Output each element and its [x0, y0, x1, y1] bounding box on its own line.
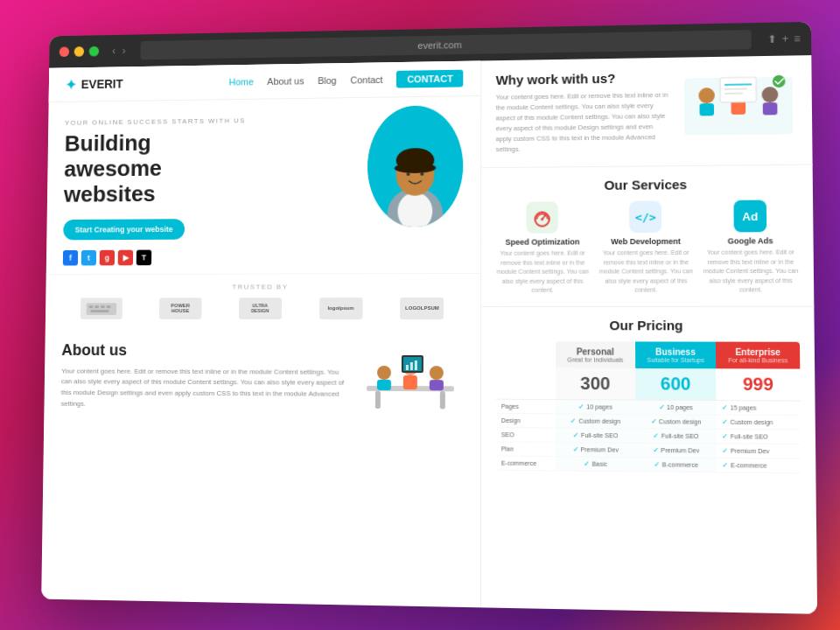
- about-illus-svg: [358, 342, 463, 422]
- feature-label-2: Design: [496, 413, 556, 428]
- nav-cta-button[interactable]: CONTACT: [396, 70, 463, 88]
- why-illustration: [680, 67, 798, 139]
- ads-service-desc: Your content goes here. Edit or remove t…: [703, 248, 800, 295]
- trusted-label: TRUSTED BY: [62, 283, 463, 291]
- personal-feature-5: ✓ Basic: [556, 456, 635, 471]
- about-description: Your content goes here. Edit or remove t…: [60, 366, 344, 411]
- personal-price: 300: [556, 368, 635, 399]
- enterprise-feature-5: ✓ E-commerce: [717, 458, 801, 472]
- logo-icon: ✦: [66, 76, 77, 92]
- hero-section: YOUR ONLINE SUCCESS STARTS WITH US Build…: [46, 96, 481, 274]
- business-feature-5: ✓ B-commerce: [635, 457, 717, 472]
- avatar-illustration: [368, 105, 463, 228]
- why-description: Your content goes here. Edit or remove t…: [496, 90, 671, 155]
- trust-logo-img-2: POWERHOUSE: [159, 298, 202, 319]
- browser-action-icons: ⬆ + ≡: [767, 32, 801, 46]
- feature-label-3: SEO: [496, 427, 556, 442]
- trusted-section: TRUSTED BY: [46, 273, 481, 328]
- minimize-button[interactable]: [74, 46, 84, 57]
- googleplus-icon[interactable]: g: [100, 249, 115, 265]
- hero-title-line2: awesome: [64, 155, 162, 181]
- about-text: About us Your content goes here. Edit or…: [60, 341, 344, 412]
- hero-cta-button[interactable]: Start Creating your website: [63, 219, 185, 240]
- svg-rect-10: [89, 305, 94, 308]
- social-icons: f t g ▶ T: [63, 248, 464, 266]
- browser-nav-icons: ‹ ›: [112, 45, 125, 57]
- enterprise-feature-2: ✓ Custom design: [717, 414, 801, 429]
- business-price: 600: [635, 368, 717, 400]
- logo-text: EVERIT: [81, 77, 123, 91]
- feature-label-5: E-commerce: [496, 455, 556, 470]
- svg-rect-26: [406, 365, 409, 370]
- services-section: Our Services Speed Optimization: [482, 165, 815, 307]
- back-icon[interactable]: ‹: [112, 45, 116, 57]
- hero-avatar: [368, 105, 463, 228]
- hero-title-line3: websites: [64, 180, 156, 206]
- nav-link-blog[interactable]: Blog: [318, 75, 337, 86]
- keyboard-logo: [85, 300, 118, 318]
- maximize-button[interactable]: [89, 46, 100, 57]
- nav-link-home[interactable]: Home: [228, 76, 253, 87]
- navigation: ✦ EVERIT Home About us Blog Contact CONT…: [49, 60, 481, 102]
- ads-service-name: Google Ads: [703, 236, 799, 246]
- trust-logo-img-4: logolpsum: [319, 298, 362, 319]
- close-button[interactable]: [60, 46, 69, 57]
- share-icon[interactable]: ⬆: [767, 33, 776, 46]
- code-icon: </>: [635, 210, 656, 223]
- address-text: everit.com: [417, 39, 461, 51]
- svg-rect-11: [94, 305, 99, 308]
- svg-point-22: [430, 366, 444, 380]
- address-bar[interactable]: everit.com: [140, 30, 751, 60]
- speedometer-icon: [533, 207, 552, 227]
- nav-links: Home About us Blog Contact CONTACT: [228, 70, 463, 91]
- webdev-service-desc: Your content goes here. Edit or remove t…: [598, 248, 694, 295]
- nav-link-about[interactable]: About us: [267, 76, 304, 87]
- pricing-row-5: E-commerce ✓ Basic ✓ B-commerce ✓ E-comm…: [496, 455, 802, 472]
- svg-rect-13: [107, 305, 111, 308]
- speed-icon: [527, 201, 558, 233]
- trust-logo-5: LOGOLPSUM: [401, 298, 444, 319]
- svg-rect-16: [375, 391, 381, 409]
- business-feature-3: ✓ Full-site SEO: [635, 428, 717, 443]
- personal-plan-header: Personal Great for Individuals: [556, 341, 635, 368]
- services-title: Our Services: [496, 176, 799, 193]
- enterprise-feature-1: ✓ 15 pages: [717, 400, 801, 415]
- feature-label-1: Pages: [496, 399, 556, 414]
- twitter-icon[interactable]: t: [81, 250, 96, 266]
- logo: ✦ EVERIT: [66, 75, 123, 92]
- tiktok-icon[interactable]: T: [136, 249, 151, 265]
- svg-rect-23: [430, 380, 444, 390]
- pricing-table: Personal Great for Individuals Business …: [496, 341, 802, 473]
- enterprise-feature-3: ✓ Full-site SEO: [717, 429, 801, 444]
- personal-feature-4: ✓ Premium Dev: [556, 442, 635, 457]
- webdev-icon: </>: [629, 200, 662, 233]
- about-section: About us Your content goes here. Edit or…: [44, 327, 480, 435]
- personal-feature-2: ✓ Custom design: [556, 413, 635, 428]
- trust-logo-img-1: [80, 298, 122, 318]
- svg-rect-19: [377, 380, 391, 390]
- personal-feature-1: ✓ 10 pages: [556, 399, 635, 414]
- facebook-icon[interactable]: f: [63, 250, 78, 266]
- ads-icon: Ad: [734, 200, 767, 233]
- about-illustration: [358, 342, 463, 422]
- new-tab-icon[interactable]: +: [782, 32, 788, 45]
- right-panel: Why work with us? Your content goes here…: [481, 55, 817, 614]
- forward-icon[interactable]: ›: [122, 45, 126, 57]
- trust-logo-img-3: ULTRADESIGN: [239, 298, 282, 319]
- service-card-speed: Speed Optimization Your content goes her…: [496, 201, 590, 295]
- youtube-icon[interactable]: ▶: [118, 249, 133, 265]
- nav-link-contact[interactable]: Contact: [350, 74, 382, 85]
- website-content: ✦ EVERIT Home About us Blog Contact CONT…: [41, 55, 817, 614]
- service-card-ads: Ad Google Ads Your content goes here. Ed…: [702, 200, 799, 295]
- personal-feature-3: ✓ Full-site SEO: [556, 428, 635, 443]
- business-feature-4: ✓ Premium Dev: [635, 443, 717, 458]
- trust-logo-4: logolpsum: [319, 298, 362, 319]
- business-feature-2: ✓ Custom design: [635, 414, 717, 429]
- trust-logo-img-5: LOGOLPSUM: [401, 298, 444, 319]
- enterprise-feature-4: ✓ Premium Dev: [717, 443, 801, 458]
- business-feature-1: ✓ 10 pages: [635, 400, 717, 415]
- svg-rect-31: [699, 103, 714, 116]
- svg-rect-28: [415, 360, 417, 370]
- enterprise-plan-header: Enterprise For all-kind Business: [716, 341, 800, 368]
- menu-icon[interactable]: ≡: [794, 32, 800, 45]
